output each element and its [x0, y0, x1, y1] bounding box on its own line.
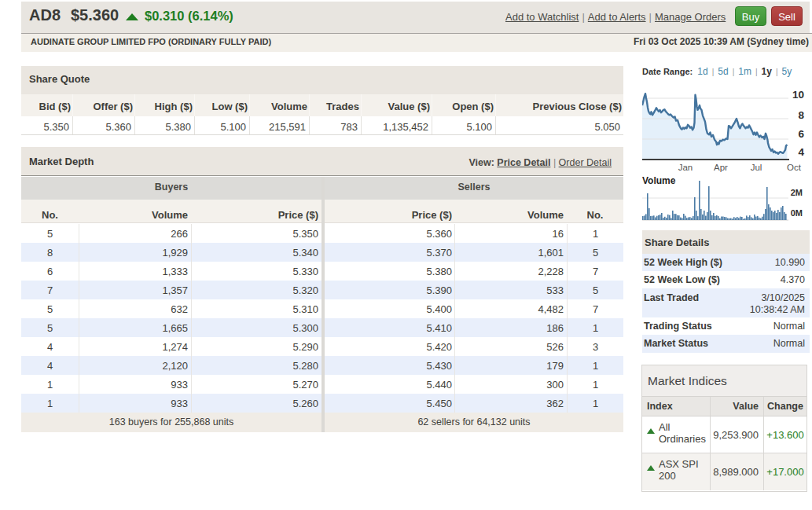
svg-text:Jul: Jul — [751, 163, 762, 172]
svg-text:Jan: Jan — [678, 163, 693, 172]
svg-text:4: 4 — [798, 146, 804, 158]
svg-text:6: 6 — [798, 128, 804, 140]
svg-text:Volume: Volume — [642, 175, 676, 186]
svg-text:0M: 0M — [791, 208, 803, 218]
svg-text:10: 10 — [792, 89, 804, 101]
svg-text:Oct: Oct — [787, 163, 802, 172]
svg-text:8: 8 — [798, 109, 804, 121]
svg-text:Apr: Apr — [714, 163, 728, 172]
svg-text:2M: 2M — [791, 188, 803, 197]
